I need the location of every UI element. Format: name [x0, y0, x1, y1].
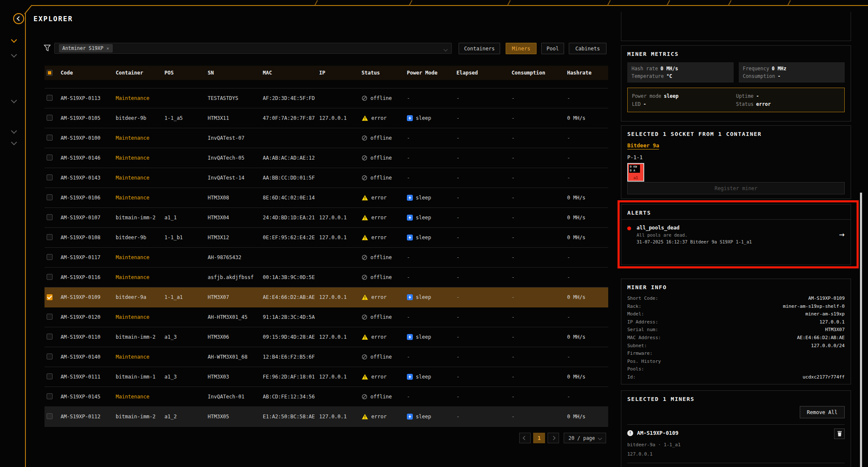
miner-table-body: AM-S19XP-0113 Maintenance TESTASTDYS AF:…: [45, 88, 608, 427]
table-row[interactable]: AM-S19XP-0100 Maintenance InvQATest-07 o…: [45, 128, 608, 148]
power-mode-text: -: [407, 314, 410, 320]
miner-info-rows: Short Code:AM-S19XP-0109Rack:miner-am-s1…: [627, 295, 845, 381]
row-checkbox[interactable]: [47, 194, 53, 200]
info-label: Rack:: [627, 303, 641, 311]
rail-chevron-down-icon[interactable]: [12, 36, 16, 44]
page-title: EXPLORER: [33, 15, 73, 23]
cell-hashrate: 0 MH/s: [567, 115, 608, 121]
table-row[interactable]: AM-S19XP-0111 bitmain-imm-1 a1_3 HTM3X03…: [45, 367, 608, 387]
table-row[interactable]: AM-S19XP-0120 Maintenance AH-HTM3X01_45 …: [45, 307, 608, 327]
table-row[interactable]: AM-S19XP-0109 bitdeer-9a 1-1_a1 HTM3X07 …: [45, 287, 608, 307]
cell-container: Maintenance: [116, 135, 164, 141]
row-checkbox[interactable]: [47, 314, 53, 320]
cell-elapsed: -: [456, 274, 512, 280]
table-row[interactable]: AM-S19XP-0145 Maintenance InvQATech-01 A…: [45, 387, 608, 407]
power-mode-text: -: [407, 175, 410, 181]
row-checkbox[interactable]: [47, 95, 53, 101]
socket-meter: 0 KW 0 A: [629, 165, 640, 173]
error-icon: [362, 414, 368, 420]
table-row[interactable]: AM-S19XP-0143 Maintenance InvQATest-14 A…: [45, 168, 608, 188]
cell-hashrate: 0 MH/s: [567, 235, 608, 240]
cell-pos: a1_2: [164, 414, 208, 420]
cell-power-mode: sleep: [407, 195, 456, 201]
tab-cabinets[interactable]: Cabinets: [569, 43, 606, 54]
cell-pos: 1-1_b1: [164, 235, 208, 240]
status-text: error: [371, 374, 387, 380]
remove-all-button[interactable]: Remove All: [800, 406, 845, 418]
tab-miners[interactable]: Miners: [506, 43, 537, 54]
cell-hashrate: 0 MH/s: [567, 294, 608, 300]
cell-elapsed: -: [456, 215, 512, 221]
table-row[interactable]: AM-S19XP-0146 Maintenance InvQATech-05 A…: [45, 148, 608, 168]
cell-consumption: -: [512, 115, 567, 121]
table-row[interactable]: AM-S19XP-0110 bitmain-imm-2 a1_3 HTM3X06…: [45, 327, 608, 347]
cell-sn: TESTASTDYS: [208, 95, 263, 101]
alert-arrow-icon[interactable]: →: [839, 231, 845, 239]
filter-chevron-down-icon[interactable]: [444, 44, 447, 53]
row-checkbox[interactable]: [47, 294, 53, 300]
row-checkbox[interactable]: [47, 413, 53, 419]
select-all-checkbox[interactable]: [47, 70, 53, 76]
sleep-icon: [407, 414, 413, 420]
table-row[interactable]: AM-S19XP-0117 Maintenance AH-98765432 of…: [45, 248, 608, 268]
power-mode-text: sleep: [416, 334, 431, 340]
register-miner-button[interactable]: Register miner: [627, 182, 845, 194]
filter-input[interactable]: Antminer S19XP ×: [54, 43, 452, 54]
row-checkbox[interactable]: [47, 214, 53, 220]
prev-page-button[interactable]: [519, 433, 531, 443]
container-link[interactable]: Bitdeer 9a: [627, 142, 659, 149]
table-row[interactable]: AM-S19XP-0113 Maintenance TESTASTDYS AF:…: [45, 88, 608, 108]
trash-button[interactable]: [834, 428, 845, 439]
miner-metrics-card: MINER METRICS Hash rate0 MH/s Temperatur…: [621, 45, 851, 122]
row-checkbox[interactable]: [47, 254, 53, 260]
info-value: AE:E4:66:D2:AB:AE: [797, 334, 845, 342]
filter-tag[interactable]: Antminer S19XP ×: [59, 44, 113, 53]
next-page-button[interactable]: [548, 433, 559, 443]
table-row[interactable]: AM-S19XP-0106 Maintenance HTM3X08 8E:6D:…: [45, 188, 608, 208]
rail-chevron-down-icon[interactable]: [12, 138, 16, 146]
selected-miner-item[interactable]: ! AM-S19XP-0109 bitdeer-9a · 1-1_a1 127.…: [627, 425, 845, 463]
row-checkbox[interactable]: [47, 354, 53, 359]
rail-chevron-down-icon[interactable]: [12, 50, 16, 58]
cell-code: AM-S19XP-0146: [61, 155, 116, 161]
tab-pool[interactable]: Pool: [541, 43, 564, 54]
row-checkbox[interactable]: [47, 155, 53, 160]
row-checkbox[interactable]: [47, 334, 53, 340]
cell-power-mode: -: [407, 95, 456, 101]
page-size-select[interactable]: 20 / page: [564, 433, 606, 443]
rail-chevron-down-icon[interactable]: [12, 127, 16, 135]
table-row[interactable]: AM-S19XP-0116 Maintenance asfjb.akdjfbss…: [45, 268, 608, 287]
cell-pos: a1_3: [164, 374, 208, 380]
back-button[interactable]: [13, 13, 24, 24]
cell-consumption: -: [512, 235, 567, 240]
table-row[interactable]: AM-S19XP-0105 bitdeer-9b 1-1_a5 HTM3X11 …: [45, 108, 608, 128]
row-checkbox[interactable]: [47, 274, 53, 280]
table-row[interactable]: AM-S19XP-0112 bitmain-imm-2 a1_2 HTM3X05…: [45, 407, 608, 427]
current-page[interactable]: 1: [533, 433, 545, 443]
power-mode-text: sleep: [416, 215, 431, 221]
cell-status: offline: [362, 155, 407, 161]
table-row[interactable]: AM-S19XP-0140 Maintenance AH-WTM3X01_68 …: [45, 347, 608, 367]
cell-elapsed: -: [456, 155, 512, 161]
cell-hashrate: 0 MH/s: [567, 374, 608, 380]
row-checkbox[interactable]: [47, 135, 53, 141]
tab-containers[interactable]: Containers: [459, 43, 500, 54]
row-checkbox[interactable]: [47, 373, 53, 379]
row-checkbox[interactable]: [47, 234, 53, 240]
cell-power-mode: -: [407, 274, 456, 280]
cell-code: AM-S19XP-0145: [61, 394, 116, 400]
rail-chevron-down-icon[interactable]: [12, 96, 16, 104]
status-text: offline: [370, 274, 392, 280]
alert-item[interactable]: all_pools_dead All pools are dead. 31-07…: [621, 220, 851, 249]
socket-tile[interactable]: 0 KW 0 A a1: [627, 163, 644, 182]
row-checkbox[interactable]: [47, 115, 53, 121]
table-row[interactable]: AM-S19XP-0108 bitdeer-9b 1-1_b1 HTM3X12 …: [45, 228, 608, 248]
row-checkbox[interactable]: [47, 174, 53, 180]
cell-elapsed: -: [456, 354, 512, 360]
col-elapsed: Elapsed: [456, 70, 512, 76]
row-checkbox[interactable]: [47, 393, 53, 399]
tag-remove-icon[interactable]: ×: [106, 46, 109, 51]
table-row[interactable]: AM-S19XP-0107 bitmain-imm-2 a1_1 HTM3X04…: [45, 208, 608, 228]
panel-scrollbar[interactable]: [860, 193, 862, 467]
status-text: offline: [370, 155, 392, 161]
